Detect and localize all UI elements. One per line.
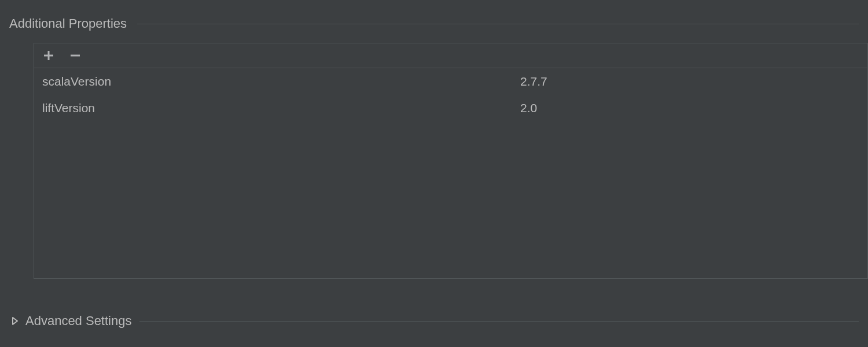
section-divider	[139, 321, 859, 322]
plus-icon	[43, 50, 54, 61]
properties-table-body: scalaVersion 2.7.7 liftVersion 2.0	[34, 68, 867, 278]
advanced-settings-section: Advanced Settings	[0, 309, 868, 333]
chevron-right-icon	[10, 316, 20, 326]
additional-properties-section: Additional Properties scalaVersion 2.7.7	[0, 0, 868, 279]
remove-button[interactable]	[69, 49, 82, 62]
table-row[interactable]: scalaVersion 2.7.7	[34, 68, 867, 95]
section-divider	[137, 24, 859, 24]
add-button[interactable]	[42, 49, 55, 62]
svg-rect-2	[71, 55, 80, 57]
additional-properties-title: Additional Properties	[9, 16, 127, 31]
property-value: 2.7.7	[512, 75, 867, 88]
minus-icon	[70, 50, 80, 61]
advanced-settings-header[interactable]: Advanced Settings	[0, 309, 868, 333]
property-key: liftVersion	[34, 101, 512, 115]
property-value: 2.0	[512, 101, 867, 115]
properties-toolbar	[34, 43, 867, 68]
additional-properties-header: Additional Properties	[0, 0, 868, 36]
table-row[interactable]: liftVersion 2.0	[34, 95, 867, 121]
properties-table: scalaVersion 2.7.7 liftVersion 2.0	[34, 43, 868, 279]
svg-rect-1	[44, 55, 53, 57]
property-key: scalaVersion	[34, 75, 512, 88]
advanced-settings-title: Advanced Settings	[25, 313, 131, 328]
